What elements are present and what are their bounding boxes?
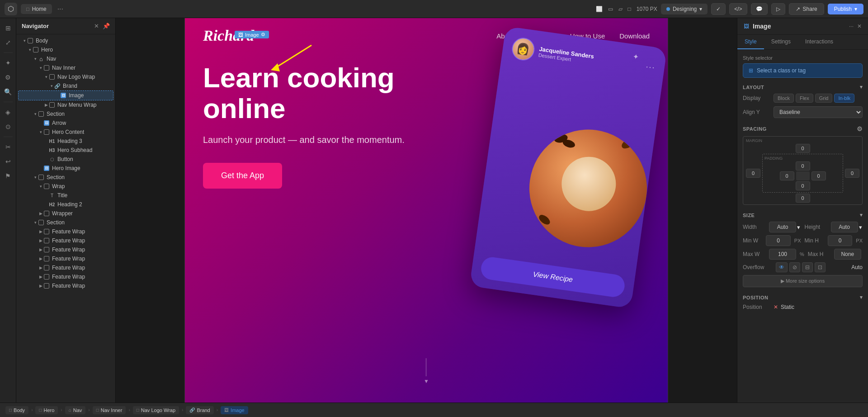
panel-more-icon[interactable]: ··· (849, 23, 854, 29)
tab-settings[interactable]: Settings (764, 35, 798, 49)
navigator-pin-icon[interactable]: 📌 (103, 23, 110, 29)
margin-right-input[interactable]: 0 (845, 169, 859, 178)
tree-item-body[interactable]: ▾ Body (18, 36, 113, 45)
tree-item-hero-subhead[interactable]: H3 Hero Subhead (18, 146, 113, 155)
tree-expand-fw7[interactable]: ▶ (38, 284, 43, 288)
share-button[interactable]: ↗ Share (789, 3, 824, 15)
spacing-settings-icon[interactable]: ⚙ (857, 125, 863, 133)
tree-expand-nav-logo-wrap[interactable]: ▾ (43, 75, 49, 79)
tree-item-hero-image[interactable]: 🖼 Hero Image (18, 164, 113, 173)
min-h-input[interactable]: 0 (828, 235, 852, 246)
overflow-visible-btn[interactable]: 👁 (776, 262, 788, 272)
website-preview[interactable]: Richard 🖼 Image ⚙ About Features How to … (184, 18, 668, 403)
tree-item-section-1[interactable]: ▾ Section (18, 109, 113, 118)
more-tabs-button[interactable]: ··· (57, 5, 63, 13)
tree-item-feature-wrap-1[interactable]: ▶ Feature Wrap (18, 227, 113, 236)
tree-expand-nav-inner[interactable]: ▾ (38, 66, 43, 70)
position-collapse-icon[interactable]: ▾ (860, 294, 863, 300)
tablet-view-icon[interactable]: ▭ (608, 6, 613, 12)
navigator-close-icon[interactable]: ✕ (94, 23, 99, 29)
tree-item-nav[interactable]: ▾ ⌂ Nav (18, 54, 113, 63)
navigator-icon[interactable]: ⤢ (2, 36, 14, 49)
publish-button[interactable]: Publish ▾ (828, 4, 863, 14)
margin-top-input[interactable]: 0 (796, 144, 810, 153)
breadcrumb-brand[interactable]: 🔗 Brand (186, 406, 213, 414)
height-unit-icon[interactable]: ▾ (859, 224, 862, 231)
interaction-icon[interactable]: ⊙ (2, 120, 14, 133)
tree-expand-fw5[interactable]: ▶ (38, 265, 43, 270)
tree-item-feature-wrap-2[interactable]: ▶ Feature Wrap (18, 236, 113, 245)
cut-icon[interactable]: ✂ (2, 141, 14, 153)
tree-expand-hero-content[interactable]: ▾ (38, 130, 43, 134)
comment-button[interactable]: 💬 (751, 3, 768, 15)
layout-collapse-icon[interactable]: ▾ (860, 84, 863, 90)
tree-item-wrap[interactable]: ▾ Wrap (18, 182, 113, 191)
display-block-btn[interactable]: Block (774, 94, 794, 103)
tree-item-hero-content[interactable]: ▾ Hero Content (18, 128, 113, 137)
cta-button[interactable]: Get the App (203, 163, 282, 189)
pad-left-input[interactable]: 0 (780, 171, 794, 180)
tab-interactions[interactable]: Interactions (798, 35, 840, 49)
breadcrumb-body[interactable]: □ Body (5, 406, 28, 414)
check-button[interactable]: ✓ (711, 3, 726, 15)
tree-item-title[interactable]: T Title (18, 191, 113, 200)
image-badge-gear[interactable]: ⚙ (261, 32, 265, 38)
tree-expand-fw2[interactable]: ▶ (38, 238, 43, 243)
tree-item-heading-3[interactable]: H1 Heading 3 (18, 137, 113, 146)
tree-item-arrow[interactable]: 🖼 Arrow (18, 118, 113, 128)
tree-expand-fw1[interactable]: ▶ (38, 229, 43, 234)
more-size-button[interactable]: ▶ More size options (743, 275, 863, 287)
max-w-input[interactable]: 100 (769, 249, 796, 260)
tree-expand-section-3[interactable]: ▾ (33, 220, 38, 225)
tree-item-nav-logo-wrap[interactable]: ▾ Nav Logo Wrap (18, 72, 113, 81)
phone-options-icon[interactable]: ··· (645, 62, 656, 72)
tree-item-feature-wrap-4[interactable]: ▶ Feature Wrap (18, 254, 113, 263)
tree-expand-brand[interactable]: ▾ (49, 84, 54, 88)
tree-expand-fw4[interactable]: ▶ (38, 256, 43, 261)
overflow-scroll-btn[interactable]: ⊟ (802, 262, 813, 272)
designing-mode-button[interactable]: Designing ▾ (661, 4, 708, 14)
pad-right-input[interactable]: 0 (811, 171, 826, 180)
min-w-input[interactable]: 0 (766, 235, 790, 246)
image-badge[interactable]: 🖼 Image ⚙ (235, 31, 269, 38)
tree-expand-nav-menu[interactable]: ▶ (43, 103, 49, 107)
tree-item-nav-inner[interactable]: ▾ Nav Inner (18, 63, 113, 72)
tree-item-image[interactable]: 🖼 Image (18, 90, 113, 100)
pad-bottom-input[interactable]: 0 (796, 181, 810, 190)
tab-style[interactable]: Style (737, 35, 764, 49)
tree-item-section-3[interactable]: ▾ Section (18, 218, 113, 227)
flag-icon[interactable]: ⚑ (2, 170, 14, 182)
tree-expand-fw6[interactable]: ▶ (38, 275, 43, 279)
tree-expand-body[interactable]: ▾ (22, 38, 27, 43)
component-icon[interactable]: ◈ (2, 106, 14, 118)
width-unit-icon[interactable]: ▾ (797, 224, 800, 231)
tree-expand-nav[interactable]: ▾ (33, 57, 38, 61)
code-button[interactable]: </> (729, 3, 747, 15)
align-y-select[interactable]: Baseline Top Middle Bottom (774, 106, 863, 118)
canvas-area[interactable]: Richard 🖼 Image ⚙ About Features How to … (116, 18, 737, 403)
app-logo[interactable]: ⬡ (5, 3, 17, 15)
pad-top-input[interactable]: 0 (796, 161, 810, 171)
display-inline-btn[interactable]: In-blk (834, 94, 854, 103)
display-grid-btn[interactable]: Grid (815, 94, 833, 103)
breadcrumb-nav-inner[interactable]: □ Nav Inner (93, 406, 126, 414)
settings-icon[interactable]: ⚙ (2, 71, 14, 84)
pos-text-value[interactable]: Static (781, 304, 794, 310)
style-selector-input[interactable]: ⊞ Select a class or tag (743, 63, 863, 78)
tree-item-hero[interactable]: ▾ Hero (18, 45, 113, 54)
nav-link-download[interactable]: Download (619, 32, 650, 40)
breadcrumb-nav-logo-wrap[interactable]: □ Nav Logo Wrap (133, 406, 179, 414)
tree-item-feature-wrap-5[interactable]: ▶ Feature Wrap (18, 263, 113, 272)
width-input[interactable]: Auto (769, 222, 796, 232)
overflow-clip-btn[interactable]: ⊡ (815, 262, 826, 272)
tree-item-button[interactable]: ⬡ Button (18, 155, 113, 164)
elements-icon[interactable]: ⊞ (2, 22, 14, 34)
undo-icon[interactable]: ↩ (2, 155, 14, 168)
tree-expand-wrapper[interactable]: ▶ (38, 211, 43, 216)
tree-item-feature-wrap-7[interactable]: ▶ Feature Wrap (18, 281, 113, 290)
style-icon[interactable]: ✦ (2, 57, 14, 69)
tree-expand-section-2[interactable]: ▾ (33, 175, 38, 180)
tree-expand-fw3[interactable]: ▶ (38, 247, 43, 252)
margin-bottom-input[interactable]: 0 (796, 194, 810, 203)
breadcrumb-hero[interactable]: □ Hero (35, 406, 58, 414)
